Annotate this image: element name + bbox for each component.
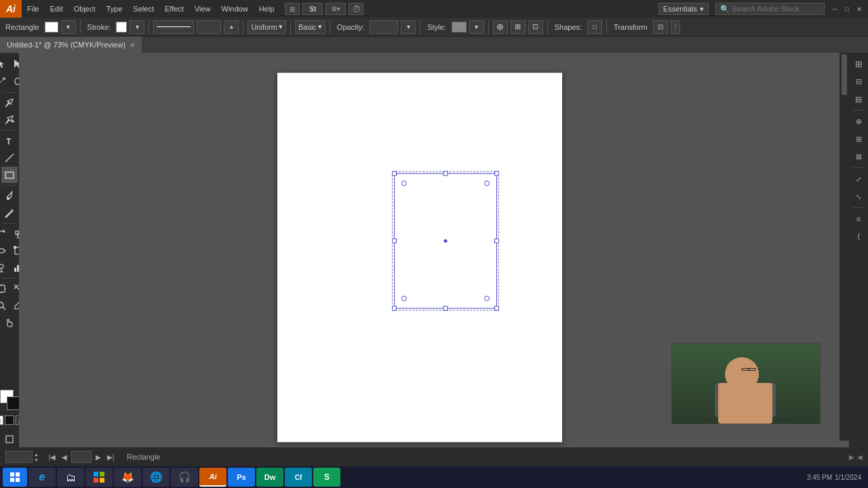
chrome-taskbar-app[interactable]: 🌐 <box>142 468 170 487</box>
headphones-taskbar-app[interactable]: 🎧 <box>171 468 198 487</box>
stroke-weight-input[interactable]: 1 pt <box>197 20 221 34</box>
workspace-dropdown[interactable]: Essentials ▾ <box>658 3 709 15</box>
handle-top-left[interactable] <box>392 171 397 176</box>
status-icon-1[interactable]: ▶ <box>849 453 854 461</box>
right-panel-btn-2[interactable]: ⊟ <box>850 73 867 89</box>
fill-swatch[interactable] <box>45 22 58 33</box>
last-artboard-btn[interactable]: ▶| <box>105 451 116 462</box>
menu-object[interactable]: Object <box>68 0 101 18</box>
stroke-swatch-dropdown[interactable]: ▾ <box>130 20 144 34</box>
transform-btn[interactable]: ⊡ <box>653 20 668 34</box>
maximize-button[interactable]: □ <box>842 4 852 14</box>
illustrator-taskbar-app[interactable]: Ai <box>199 468 226 487</box>
status-icon-2[interactable]: ◀ <box>857 453 863 461</box>
handle-bottom-right[interactable] <box>494 306 499 310</box>
zoom-down[interactable]: ▼ <box>34 458 39 462</box>
right-panel-btn-5[interactable]: ⊞ <box>850 131 867 147</box>
line-segment-tool[interactable] <box>1 150 18 166</box>
artboard-number-input[interactable]: 1 <box>71 451 92 463</box>
type-tool[interactable]: T <box>1 133 18 149</box>
stroke-color[interactable] <box>7 396 20 410</box>
none-swatch[interactable]: ◻ <box>0 415 3 425</box>
handle-mid-right[interactable] <box>494 239 499 243</box>
corner-radius-tl[interactable] <box>401 180 407 186</box>
minimize-button[interactable]: ─ <box>830 4 840 14</box>
paintbrush-tool[interactable] <box>1 188 18 204</box>
artboard-tool[interactable] <box>0 281 9 297</box>
zoom-stepper[interactable]: ▲ ▼ <box>34 452 39 462</box>
opacity-input[interactable]: 100% <box>370 20 398 34</box>
vertical-scrollbar[interactable] <box>840 53 849 441</box>
ai-btn[interactable]: St <box>302 3 323 15</box>
black-swatch[interactable] <box>5 415 14 425</box>
selected-rectangle[interactable] <box>394 173 497 308</box>
stock-search-input[interactable] <box>732 5 820 13</box>
timer-icon[interactable]: ⏱ <box>349 3 363 15</box>
next-artboard-btn[interactable]: ▶ <box>93 451 104 462</box>
rotate-tool[interactable] <box>0 226 9 242</box>
hand-tool[interactable] <box>1 314 18 331</box>
first-artboard-btn[interactable]: |◀ <box>47 451 58 462</box>
transform-icon[interactable]: ⊡ <box>528 20 543 34</box>
add-anchor-tool[interactable] <box>1 112 18 128</box>
menu-effect[interactable]: Effect <box>159 0 189 18</box>
close-button[interactable]: ✕ <box>854 4 864 14</box>
right-panel-btn-4[interactable]: ⊕ <box>850 113 867 129</box>
right-panel-btn-8[interactable]: ⤡ <box>850 188 867 205</box>
handle-bottom-mid[interactable] <box>443 306 448 310</box>
prev-artboard-btn[interactable]: ◀ <box>59 451 70 462</box>
stroke-swatch[interactable] <box>116 22 127 33</box>
pencil-tool[interactable] <box>1 205 18 221</box>
photoshop-taskbar-app[interactable]: Ps <box>228 468 255 487</box>
tab-close-button[interactable]: ✕ <box>130 41 135 49</box>
color-fill-stroke[interactable] <box>0 390 19 409</box>
style-dropdown[interactable]: ▾ <box>469 20 484 34</box>
corner-radius-tr[interactable] <box>484 180 490 186</box>
firefox-taskbar-app[interactable]: 🦊 <box>114 468 141 487</box>
handle-top-right[interactable] <box>494 171 499 176</box>
menu-view[interactable]: View <box>189 0 216 18</box>
stroke-style-dropdown[interactable]: Basic▾ <box>295 20 326 34</box>
right-panel-btn-6[interactable]: ⊠ <box>850 148 867 165</box>
stroke-weight-up[interactable]: ▲ <box>224 20 239 34</box>
opacity-dropdown[interactable]: ▾ <box>401 20 416 34</box>
more-options-btn[interactable]: ⋮ <box>671 20 680 34</box>
ie-taskbar-app[interactable]: e <box>28 468 56 487</box>
zoom-tool[interactable] <box>0 298 9 314</box>
menu-type[interactable]: Type <box>101 0 128 18</box>
v-scrollbar-thumb[interactable] <box>842 54 847 95</box>
right-panel-btn-3[interactable]: ▤ <box>850 91 867 107</box>
menu-file[interactable]: File <box>22 0 45 18</box>
pen-tool[interactable] <box>1 95 18 111</box>
explorer-taskbar-app[interactable]: 🗂 <box>57 468 84 487</box>
corner-radius-br[interactable] <box>484 296 490 301</box>
arrange-icon[interactable]: ⊞ <box>285 3 300 15</box>
zoom-input[interactable]: 73% <box>5 451 33 463</box>
menu-window[interactable]: Window <box>216 0 254 18</box>
document-tab[interactable]: Untitled-1* @ 73% (CMYK/Preview) ✕ <box>0 37 142 53</box>
sheets-taskbar-app[interactable]: S <box>313 468 340 487</box>
right-panel-btn-9[interactable]: ≡ <box>850 211 867 227</box>
zoom-up[interactable]: ▲ <box>34 452 39 457</box>
selection-tool[interactable] <box>0 56 9 72</box>
right-panel-btn-1[interactable]: ⊞ <box>850 56 867 72</box>
shapes-icon[interactable]: □ <box>587 20 602 34</box>
right-panel-btn-10[interactable]: ⟨ <box>850 228 867 245</box>
fill-dropdown[interactable]: ▾ <box>61 20 76 34</box>
right-panel-btn-7[interactable]: ⤢ <box>850 171 867 187</box>
transform-bottom-icon[interactable] <box>1 431 18 447</box>
metro-taskbar-app[interactable] <box>85 468 113 487</box>
handle-bottom-left[interactable] <box>392 306 397 310</box>
handle-top-mid[interactable] <box>443 171 448 176</box>
stroke-type-dropdown[interactable]: Uniform▾ <box>248 20 286 34</box>
dreamweaver-taskbar-app[interactable]: Dw <box>256 468 283 487</box>
style-swatch[interactable] <box>452 22 467 33</box>
grid-btn[interactable]: ⊞▾ <box>326 3 346 15</box>
warp-tool[interactable] <box>0 243 9 259</box>
coldfusion-taskbar-app[interactable]: Cf <box>285 468 312 487</box>
corner-radius-bl[interactable] <box>401 296 407 301</box>
symbol-sprayer-tool[interactable] <box>0 260 9 276</box>
handle-mid-left[interactable] <box>392 239 397 243</box>
menu-edit[interactable]: Edit <box>45 0 68 18</box>
rectangle-tool[interactable] <box>1 167 18 183</box>
